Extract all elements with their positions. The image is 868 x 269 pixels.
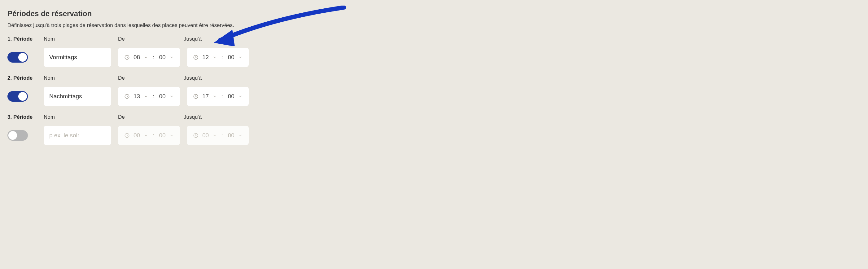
period-2-to-hh[interactable]: 17 (202, 93, 209, 100)
clock-icon (193, 55, 198, 60)
chevron-down-icon[interactable] (213, 55, 217, 60)
period-2-labels: 2. Période Nom De Jusqu'à (7, 75, 861, 81)
time-separator: : (151, 132, 155, 139)
period-1-controls: 08 : 00 12 : 00 (7, 48, 861, 67)
chevron-down-icon[interactable] (144, 133, 148, 138)
column-to-label: Jusqu'à (184, 36, 243, 42)
period-1-to-mm[interactable]: 00 (227, 54, 235, 61)
period-1-to-time: 12 : 00 (187, 48, 249, 67)
chevron-down-icon[interactable] (238, 133, 243, 138)
time-separator: : (220, 132, 224, 139)
period-3-label: 3. Période (7, 114, 37, 120)
period-1-from-time: 08 : 00 (118, 48, 180, 67)
chevron-down-icon[interactable] (144, 94, 148, 98)
period-3-to-mm[interactable]: 00 (227, 132, 235, 139)
column-from-label: De (118, 75, 177, 81)
period-3-from-mm[interactable]: 00 (158, 132, 166, 139)
period-2-name-input[interactable] (44, 87, 111, 106)
column-name-label: Nom (44, 114, 111, 120)
clock-icon (193, 94, 198, 99)
clock-icon (124, 94, 130, 99)
period-3-toggle[interactable] (7, 130, 28, 141)
period-3-from-hh[interactable]: 00 (133, 132, 141, 139)
period-1-from-hh[interactable]: 08 (133, 54, 141, 61)
period-2-label: 2. Période (7, 75, 37, 81)
column-from-label: De (118, 36, 177, 42)
period-2-from-mm[interactable]: 00 (158, 93, 166, 100)
time-separator: : (151, 93, 155, 100)
period-2-to-mm[interactable]: 00 (227, 93, 235, 100)
period-3-from-time: 00 : 00 (118, 126, 180, 145)
period-3-name-input[interactable] (44, 126, 111, 145)
period-3-controls: 00 : 00 00 : 00 (7, 126, 861, 145)
time-separator: : (151, 54, 155, 61)
clock-icon (124, 55, 130, 60)
chevron-down-icon[interactable] (213, 133, 217, 138)
time-separator: : (220, 93, 224, 100)
period-2-from-time: 13 : 00 (118, 87, 180, 106)
period-1-from-mm[interactable]: 00 (158, 54, 166, 61)
period-2-from-hh[interactable]: 13 (133, 93, 141, 100)
period-1-label: 1. Période (7, 36, 37, 42)
period-3-to-hh[interactable]: 00 (202, 132, 209, 139)
chevron-down-icon[interactable] (169, 55, 174, 60)
chevron-down-icon[interactable] (213, 94, 217, 98)
period-1-to-hh[interactable]: 12 (202, 54, 209, 61)
column-from-label: De (118, 114, 177, 120)
column-name-label: Nom (44, 36, 111, 42)
period-2-to-time: 17 : 00 (187, 87, 249, 106)
period-1-toggle[interactable] (7, 52, 28, 63)
section-title: Périodes de réservation (7, 9, 861, 18)
period-2-controls: 13 : 00 17 : 00 (7, 87, 861, 106)
section-description: Définissez jusqu'à trois plages de réser… (7, 22, 861, 29)
period-3-to-time: 00 : 00 (187, 126, 249, 145)
chevron-down-icon[interactable] (238, 94, 243, 98)
chevron-down-icon[interactable] (169, 133, 174, 138)
column-to-label: Jusqu'à (184, 75, 243, 81)
chevron-down-icon[interactable] (169, 94, 174, 98)
period-1-labels: 1. Période Nom De Jusqu'à (7, 36, 861, 42)
column-name-label: Nom (44, 75, 111, 81)
column-to-label: Jusqu'à (184, 114, 243, 120)
clock-icon (193, 132, 198, 138)
chevron-down-icon[interactable] (144, 55, 148, 60)
chevron-down-icon[interactable] (238, 55, 243, 60)
clock-icon (124, 132, 130, 138)
time-separator: : (220, 54, 224, 61)
period-2-toggle[interactable] (7, 91, 28, 102)
period-1-name-input[interactable] (44, 48, 111, 67)
period-3-labels: 3. Période Nom De Jusqu'à (7, 114, 861, 120)
